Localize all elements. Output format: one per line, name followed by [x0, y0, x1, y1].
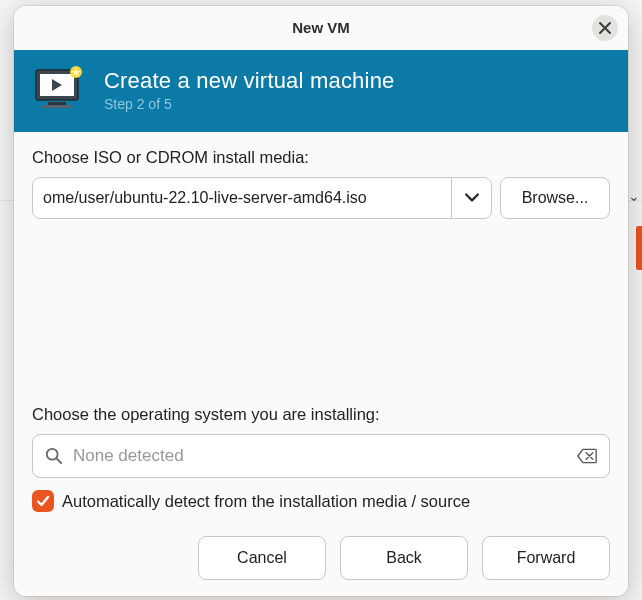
svg-line-6 — [57, 459, 62, 464]
content-area: Choose ISO or CDROM install media: Brows… — [14, 132, 628, 596]
search-icon — [45, 447, 63, 465]
media-dropdown-toggle[interactable] — [451, 178, 491, 218]
backspace-icon — [577, 448, 597, 464]
content-spacer — [32, 233, 610, 405]
media-label: Choose ISO or CDROM install media: — [32, 148, 610, 167]
autodetect-checkbox[interactable] — [32, 490, 54, 512]
window-title: New VM — [292, 19, 350, 36]
close-icon — [599, 22, 611, 34]
autodetect-row[interactable]: Automatically detect from the installati… — [32, 490, 610, 512]
step-indicator: Step 2 of 5 — [104, 96, 395, 112]
os-placeholder: None detected — [73, 446, 567, 466]
title-bar: New VM — [14, 6, 628, 50]
vm-icon — [32, 66, 90, 114]
back-button[interactable]: Back — [340, 536, 468, 580]
browse-button[interactable]: Browse... — [500, 177, 610, 219]
dialog-window: New VM Create a new virtual machine Step… — [14, 6, 628, 596]
svg-point-5 — [47, 449, 58, 460]
close-button[interactable] — [592, 15, 618, 41]
chevron-down-icon — [465, 193, 479, 203]
os-search-field[interactable]: None detected — [32, 434, 610, 478]
autodetect-label: Automatically detect from the installati… — [62, 492, 470, 511]
media-row: Browse... — [32, 177, 610, 219]
wizard-banner: Create a new virtual machine Step 2 of 5 — [14, 50, 628, 132]
action-buttons: Cancel Back Forward — [32, 532, 610, 580]
svg-rect-2 — [48, 102, 66, 105]
forward-button[interactable]: Forward — [482, 536, 610, 580]
check-icon — [36, 494, 50, 508]
cancel-button[interactable]: Cancel — [198, 536, 326, 580]
background-caret-icon: ⌄ — [628, 188, 640, 204]
banner-text: Create a new virtual machine Step 2 of 5 — [104, 68, 395, 112]
svg-rect-3 — [42, 105, 72, 108]
media-path-input[interactable] — [33, 178, 451, 218]
banner-heading: Create a new virtual machine — [104, 68, 395, 94]
os-label: Choose the operating system you are inst… — [32, 405, 610, 424]
media-combobox[interactable] — [32, 177, 492, 219]
background-accent — [636, 226, 642, 270]
